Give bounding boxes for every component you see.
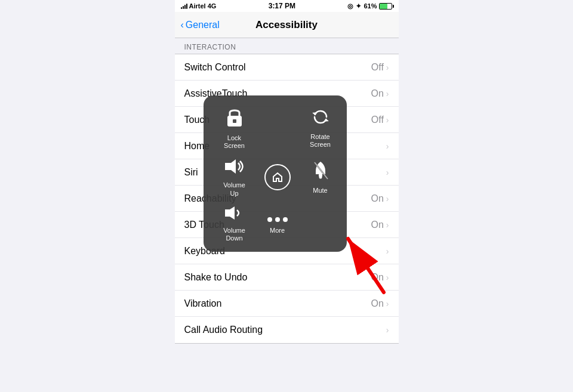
shake-undo-label: Shake to Undo [184,272,248,283]
signal-icon [181,3,187,9]
battery-percent: 61% [363,2,377,10]
siri-chevron: › [386,168,389,177]
shake-undo-chevron: › [386,273,389,282]
reachability-row[interactable]: Reachability On › [175,186,399,212]
touch-row[interactable]: Touch Off › [175,107,399,133]
reachability-chevron: › [386,194,389,203]
3dtouch-status: On [371,220,383,230]
home-value: › [386,141,389,151]
settings-list: Switch Control Off › AssistiveTouch On ›… [175,54,399,344]
page-title: Accessibility [255,19,318,31]
shake-undo-value: On › [371,272,389,283]
touch-status: Off [371,115,384,125]
network-label: 4G [208,2,217,10]
assistive-touch-chevron: › [386,89,389,98]
switch-control-value: Off › [371,62,389,73]
carrier-label: Airtel [189,2,206,10]
vibration-chevron: › [386,299,389,308]
reachability-value: On › [371,193,389,204]
section-header: INTERACTION [175,38,399,54]
back-button[interactable]: ‹ General [181,20,220,30]
bluetooth-icon: ✦ [356,2,361,10]
siri-value: › [386,168,389,177]
touch-chevron: › [386,115,389,125]
call-audio-label: Call Audio Routing [184,325,263,335]
nav-bar: ‹ General Accessibility [175,12,399,38]
reachability-status: On [371,193,383,204]
vibration-status: On [371,298,383,309]
3dtouch-value: On › [371,220,389,230]
battery-icon [379,3,392,10]
home-label: Home [184,141,210,152]
siri-label: Siri [184,167,198,178]
3dtouch-row[interactable]: 3D Touch On › [175,212,399,238]
assistive-touch-status: On [371,88,383,99]
status-bar: Airtel 4G 3:17 PM ◎ ✦ 61% [175,0,399,12]
location-icon: ◎ [347,2,353,10]
reachability-label: Reachability [184,193,236,204]
touch-label: Touch [184,115,210,125]
keyboard-row[interactable]: Keyboard › [175,238,399,264]
home-chevron: › [386,141,389,151]
switch-control-row[interactable]: Switch Control Off › [175,54,399,81]
touch-value: Off › [371,115,389,125]
status-bar-right: ◎ ✦ 61% [347,2,392,10]
call-audio-value: › [386,325,389,335]
3dtouch-label: 3D Touch [184,220,224,230]
shake-undo-status: On [371,272,383,283]
assistive-touch-value: On › [371,88,389,99]
shake-undo-row[interactable]: Shake to Undo On › [175,264,399,291]
call-audio-chevron: › [386,325,389,335]
assistive-touch-label: AssistiveTouch [184,88,248,99]
status-bar-left: Airtel 4G [181,2,217,10]
keyboard-chevron: › [386,246,389,256]
assistive-touch-row[interactable]: AssistiveTouch On › [175,81,399,107]
switch-control-status: Off [371,62,384,73]
switch-control-chevron: › [386,63,389,72]
vibration-value: On › [371,298,389,309]
back-chevron-icon: ‹ [181,20,184,30]
vibration-label: Vibration [184,298,222,309]
3dtouch-chevron: › [386,220,389,230]
time-display: 3:17 PM [269,2,295,10]
phone-container: Airtel 4G 3:17 PM ◎ ✦ 61% ‹ General Acce… [175,0,399,392]
keyboard-label: Keyboard [184,246,226,257]
back-label: General [186,20,220,30]
siri-row[interactable]: Siri › [175,159,399,186]
keyboard-value: › [386,246,389,256]
call-audio-row[interactable]: Call Audio Routing › [175,317,399,343]
switch-control-label: Switch Control [184,62,246,73]
vibration-row[interactable]: Vibration On › [175,291,399,317]
home-row[interactable]: Home › [175,133,399,159]
